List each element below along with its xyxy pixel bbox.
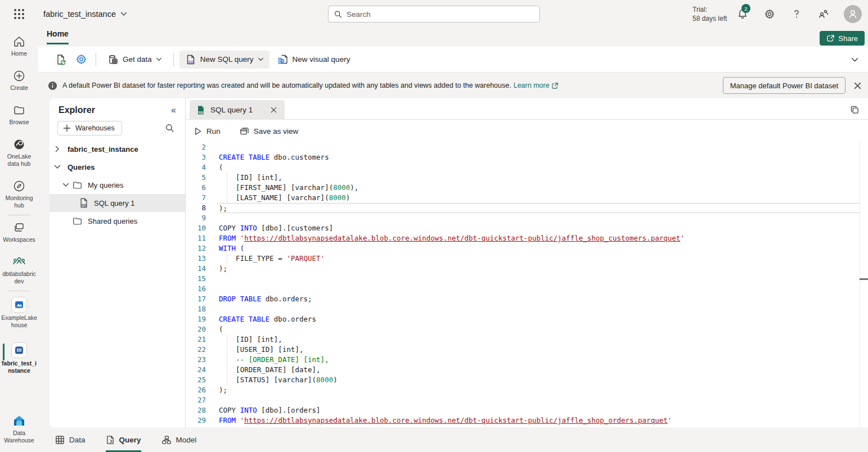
banner-close-button[interactable] (851, 79, 863, 92)
sidebar-item-home[interactable]: Home (0, 31, 38, 61)
code-line[interactable]: 15 (186, 274, 860, 284)
code-line[interactable]: 22 [USER_ID] [int], (186, 345, 860, 355)
tab-home[interactable]: Home (47, 29, 69, 44)
code-line[interactable]: 28COPY INTO [dbo].[orders] (186, 405, 860, 415)
code-line[interactable]: 6 [FIRST_NAME] [varchar](8000), (186, 183, 860, 193)
ribbon-toolbar: Get data SQL New SQL query New visual qu… (38, 47, 868, 73)
workspace-title-dropdown[interactable]: fabric_test_instance (43, 10, 127, 19)
code-text: [FIRST_NAME] [varchar](8000), (219, 183, 860, 193)
feedback-button[interactable] (817, 7, 830, 21)
sidebar-item-monitoring-hub[interactable]: Monitoring hub (0, 176, 38, 213)
sidebar-item-data-warehouse[interactable]: Data Warehouse (0, 411, 38, 448)
code-text: [LAST_NAME] [varchar](8000) (219, 193, 860, 203)
run-button[interactable]: Run (194, 127, 221, 135)
get-data-button[interactable]: Get data (102, 51, 168, 69)
new-visual-query-button[interactable]: New visual query (272, 51, 356, 69)
tree-item-sql-query-1[interactable]: SQL SQL query 1 (50, 194, 185, 212)
explorer-collapse-button[interactable]: « (171, 105, 176, 115)
tab-query[interactable]: Query (106, 427, 141, 452)
global-search (328, 6, 540, 22)
tree-item-warehouse[interactable]: fabric_test_instance (50, 140, 185, 158)
tree-item-shared-queries[interactable]: Shared queries (50, 212, 185, 230)
line-number: 3 (186, 152, 206, 162)
ribbon-collapse-button[interactable] (851, 55, 858, 65)
tab-data[interactable]: Data (55, 427, 86, 452)
explorer-title: Explorer (59, 105, 95, 115)
notifications-button[interactable]: 2 (736, 7, 749, 21)
banner-message: A default Power BI dataset for faster re… (62, 82, 511, 89)
sidebar-item-onelake-data-hub[interactable]: OneLake data hub (0, 134, 38, 171)
code-line[interactable]: 20( (186, 324, 860, 335)
sidebar-item-workspaces[interactable]: Workspaces (0, 218, 38, 247)
query-tab-sql-query-1[interactable]: SQL SQL query 1 (190, 100, 285, 120)
new-sql-query-label: New SQL query (200, 55, 254, 64)
code-line[interactable]: 5 [ID] [int], (186, 173, 860, 183)
folder-icon (12, 103, 26, 117)
sidebar-item-browse[interactable]: Browse (0, 100, 38, 129)
code-line[interactable]: 26); (186, 385, 860, 395)
code-line[interactable]: 7 [LAST_NAME] [varchar](8000) (186, 193, 860, 203)
add-warehouses-button[interactable]: Warehouses (57, 121, 122, 135)
code-line[interactable]: 27 (186, 395, 860, 405)
settings-toolbar-button[interactable] (72, 51, 90, 69)
code-line[interactable]: 14); (186, 264, 860, 274)
tab-model[interactable]: Model (161, 427, 197, 452)
home-icon (12, 35, 26, 48)
save-as-view-button[interactable]: Save as view (240, 126, 299, 135)
rail-divider (8, 215, 30, 215)
sidebar-item-fabric-test-instance[interactable]: fabric_test_instance (0, 339, 38, 378)
code-line[interactable]: 19CREATE TABLE dbo.orders (186, 314, 860, 324)
code-line[interactable]: 11FROM 'https://dbtlabsynapsedatalake.bl… (186, 233, 860, 243)
code-line[interactable]: 18 (186, 304, 860, 314)
tree-item-queries[interactable]: Queries (50, 158, 185, 176)
sql-code-editor[interactable]: 23CREATE TABLE dbo.customers4(5 [ID] [in… (186, 142, 860, 427)
sidebar-item-examplelakehouse[interactable]: ExampleLakehouse (0, 293, 38, 332)
code-line[interactable]: 16 (186, 284, 860, 294)
settings-button[interactable] (763, 7, 776, 21)
code-line[interactable]: 12WITH ( (186, 243, 860, 254)
code-text: [ID] [int], (219, 335, 860, 345)
code-line[interactable]: 4( (186, 162, 860, 173)
new-sql-query-button[interactable]: SQL New SQL query (179, 51, 269, 69)
chevron-down-icon (120, 12, 127, 16)
code-line[interactable]: 9 (186, 213, 860, 223)
refresh-document-button[interactable] (52, 51, 70, 69)
code-line[interactable]: 8); (186, 203, 860, 213)
code-line[interactable]: 17DROP TABLE dbo.orders; (186, 294, 860, 304)
code-text: FROM 'https://dbtlabsynapsedatalake.blob… (219, 233, 860, 243)
chevron-down-icon (156, 57, 162, 61)
explorer-search-button[interactable] (163, 121, 177, 135)
code-line[interactable]: 23 -- [ORDER_DATE] [int], (186, 355, 860, 365)
app-launcher-icon[interactable] (12, 7, 26, 21)
help-button[interactable] (790, 7, 803, 21)
code-line[interactable]: 24 [ORDER_DATE] [date], (186, 365, 860, 375)
sidebar-item-dbtlabsfabricdev[interactable]: dbtlabsfabricdev (0, 252, 38, 288)
tab-close-button[interactable] (268, 105, 279, 116)
line-number: 15 (186, 274, 206, 284)
copy-button[interactable] (848, 103, 861, 116)
code-line[interactable]: 13 FILE_TYPE = 'PARQUET' (186, 254, 860, 264)
account-avatar[interactable] (844, 5, 862, 23)
trial-status: Trial: 58 days left (692, 5, 727, 23)
search-input[interactable] (347, 10, 534, 19)
svg-text:SQL: SQL (82, 204, 87, 207)
close-icon (854, 82, 861, 89)
folder-icon (73, 181, 82, 189)
code-line[interactable]: 10COPY INTO [dbo].[customers] (186, 223, 860, 233)
code-line[interactable]: 29FROM 'https://dbtlabsynapsedatalake.bl… (186, 415, 860, 426)
code-line[interactable]: 25 [STATUS] [varchar](8000) (186, 375, 860, 385)
code-line[interactable]: 21 [ID] [int], (186, 335, 860, 345)
code-text: FILE_TYPE = 'PARQUET' (219, 254, 860, 264)
code-line[interactable]: 2 (186, 142, 860, 152)
view-switcher-bar: Data Query Model (38, 427, 868, 452)
line-number: 28 (186, 405, 206, 415)
learn-more-link[interactable]: Learn more (514, 82, 559, 89)
code-line[interactable]: 3CREATE TABLE dbo.customers (186, 152, 860, 162)
sidebar-item-create[interactable]: Create (0, 66, 38, 95)
manage-default-dataset-button[interactable]: Manage default Power BI dataset (723, 77, 845, 94)
editor-scrollbar[interactable] (860, 142, 868, 427)
help-icon (791, 8, 802, 20)
tree-item-my-queries[interactable]: My queries (50, 176, 185, 194)
copy-icon (850, 105, 860, 115)
share-button[interactable]: Share (820, 31, 865, 46)
